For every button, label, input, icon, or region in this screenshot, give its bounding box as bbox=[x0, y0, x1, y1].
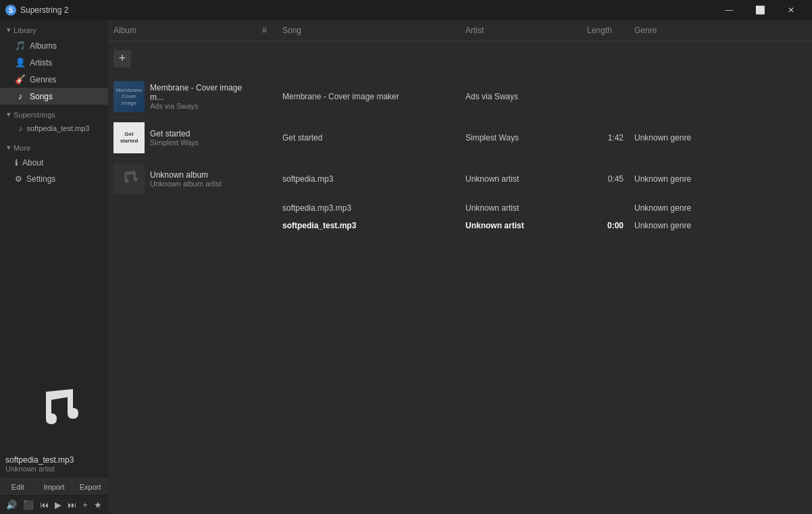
col-artist: Artist bbox=[460, 23, 582, 38]
unknown-song1-length: 0:45 bbox=[582, 174, 629, 184]
minimize-button[interactable]: — bbox=[713, 0, 744, 20]
get-started-song-artist: Simplest Ways bbox=[460, 133, 582, 143]
maximize-button[interactable]: ⬜ bbox=[744, 0, 776, 20]
artists-icon: 👤 bbox=[15, 57, 26, 68]
chevron-down-icon-2: ▾ bbox=[7, 110, 11, 119]
membrane-song-artist: Ads via Sways bbox=[460, 92, 582, 101]
favorite-button[interactable]: ★ bbox=[92, 498, 104, 511]
add-to-queue-button[interactable]: + bbox=[80, 498, 90, 511]
chevron-down-icon-3: ▾ bbox=[7, 143, 11, 152]
unknown-song3-genre: Unknown genre bbox=[629, 221, 812, 230]
album-membrane: MembraneCover image Membrane - Cover ima… bbox=[108, 76, 812, 118]
titlebar: S Superstring 2 — ⬜ ✕ bbox=[0, 0, 812, 20]
chevron-down-icon: ▾ bbox=[7, 26, 11, 34]
get-started-song-genre: Unknown genre bbox=[629, 133, 812, 143]
albums-icon: 🎵 bbox=[15, 41, 26, 51]
col-song: Song bbox=[277, 23, 460, 38]
col-album: Album bbox=[108, 23, 257, 38]
sidebar-item-artists[interactable]: 👤 Artists bbox=[0, 54, 108, 71]
prev-button[interactable]: ⏮ bbox=[38, 498, 51, 511]
unknown-song3-length: 0:00 bbox=[582, 221, 629, 230]
main-layout: ▾ Library 🎵 Albums 👤 Artists 🎸 Genres ♪ … bbox=[0, 20, 812, 514]
sidebar-item-songs[interactable]: ♪ Songs bbox=[0, 88, 108, 105]
album-unknown-thumb bbox=[113, 163, 145, 195]
import-button[interactable]: Import bbox=[36, 479, 73, 495]
album-get-started: Getstarted Get started Simplest Ways Get… bbox=[108, 118, 812, 159]
album-unknown-meta: Unknown album Unknown album artist bbox=[150, 170, 222, 188]
sidebar-item-settings[interactable]: ⚙ Settings bbox=[0, 171, 108, 187]
track-name: softpedia_test.mp3 bbox=[5, 455, 103, 465]
add-row: + bbox=[108, 41, 812, 76]
edit-button[interactable]: Edit bbox=[0, 479, 36, 495]
membrane-song-title: Membrane - Cover image maker bbox=[277, 92, 460, 101]
next-button[interactable]: ⏭ bbox=[66, 498, 78, 511]
app-icon: S bbox=[5, 5, 16, 16]
album-membrane-sub: Ads via Sways bbox=[150, 102, 251, 110]
get-started-song-length: 1:42 bbox=[582, 133, 629, 143]
album-unknown-header[interactable]: Unknown album Unknown album artist softp… bbox=[108, 159, 812, 199]
window-controls: — ⬜ ✕ bbox=[713, 0, 807, 20]
col-num: # bbox=[257, 23, 277, 38]
album-get-started-name: Get started bbox=[150, 129, 199, 138]
col-length: Length bbox=[582, 23, 629, 38]
genres-icon: 🎸 bbox=[15, 74, 26, 84]
track-artist: Unknown artist bbox=[5, 465, 103, 473]
more-section-header[interactable]: ▾ More bbox=[0, 138, 108, 155]
album-get-started-thumb: Getstarted bbox=[113, 122, 145, 153]
sidebar-item-albums[interactable]: 🎵 Albums bbox=[0, 37, 108, 54]
app-title: Superstring 2 bbox=[20, 5, 713, 15]
unknown-song1-title: softpedia.mp3 bbox=[277, 174, 460, 184]
sidebar: ▾ Library 🎵 Albums 👤 Artists 🎸 Genres ♪ … bbox=[0, 20, 108, 514]
album-get-started-sub: Simplest Ways bbox=[150, 138, 199, 147]
unknown-song2-row[interactable]: softpedia.mp3.mp3 Unknown artist Unknown… bbox=[108, 199, 812, 217]
play-button[interactable]: ▶ bbox=[53, 498, 64, 511]
album-membrane-meta: Membrane - Cover image m... Ads via Sway… bbox=[150, 83, 251, 110]
close-button[interactable]: ✕ bbox=[776, 0, 807, 20]
file-icon: ♪ bbox=[19, 124, 23, 132]
volume-button[interactable]: 🔊 bbox=[4, 498, 19, 511]
library-section-header[interactable]: ▾ Library bbox=[0, 20, 108, 37]
unknown-song3-title: softpedia_test.mp3 bbox=[277, 221, 460, 230]
album-membrane-info: MembraneCover image Membrane - Cover ima… bbox=[108, 81, 257, 112]
now-playing-area: softpedia_test.mp3 Unknown artist Edit I… bbox=[0, 363, 108, 514]
sidebar-item-about[interactable]: ℹ About bbox=[0, 155, 108, 171]
album-unknown-sub: Unknown album artist bbox=[150, 180, 222, 188]
album-list: + MembraneCover image Membrane - Cover i… bbox=[108, 41, 812, 514]
unknown-song2-title: softpedia.mp3.mp3 bbox=[277, 203, 460, 213]
get-started-song-title: Get started bbox=[277, 133, 460, 143]
album-membrane-header[interactable]: MembraneCover image Membrane - Cover ima… bbox=[108, 76, 812, 117]
now-playing-info: softpedia_test.mp3 Unknown artist bbox=[0, 451, 108, 474]
col-genre: Genre bbox=[629, 23, 812, 38]
album-membrane-name: Membrane - Cover image m... bbox=[150, 83, 251, 102]
gear-icon: ⚙ bbox=[15, 174, 22, 184]
table-header: Album # Song Artist Length Genre bbox=[108, 20, 812, 41]
unknown-song3-row[interactable]: softpedia_test.mp3 Unknown artist 0:00 U… bbox=[108, 217, 812, 234]
unknown-song3-artist: Unknown artist bbox=[460, 221, 582, 230]
screen-button[interactable]: ⬛ bbox=[21, 498, 36, 511]
album-unknown-name: Unknown album bbox=[150, 170, 222, 180]
now-playing-buttons: Edit Import Export bbox=[0, 478, 108, 495]
superstrings-section-header[interactable]: ▾ Superstrings bbox=[0, 105, 108, 122]
content-area: Album # Song Artist Length Genre + Membr… bbox=[108, 20, 812, 514]
album-membrane-thumb: MembraneCover image bbox=[113, 81, 145, 112]
album-unknown: Unknown album Unknown album artist softp… bbox=[108, 159, 812, 235]
export-button[interactable]: Export bbox=[72, 479, 108, 495]
sidebar-file-softpedia[interactable]: ♪ softpedia_test.mp3 bbox=[0, 122, 108, 135]
add-album-button[interactable]: + bbox=[113, 50, 131, 68]
album-get-started-meta: Get started Simplest Ways bbox=[150, 129, 199, 147]
songs-icon: ♪ bbox=[15, 91, 26, 101]
playback-controls: 🔊 ⬛ ⏮ ▶ ⏭ + ★ bbox=[0, 495, 108, 514]
unknown-song2-artist: Unknown artist bbox=[460, 203, 582, 213]
album-get-started-header[interactable]: Getstarted Get started Simplest Ways Get… bbox=[108, 118, 812, 158]
sidebar-item-genres[interactable]: 🎸 Genres bbox=[0, 71, 108, 88]
unknown-song2-genre: Unknown genre bbox=[629, 203, 812, 213]
album-get-started-info: Getstarted Get started Simplest Ways bbox=[108, 122, 257, 153]
album-unknown-info: Unknown album Unknown album artist bbox=[108, 163, 257, 195]
unknown-song1-artist: Unknown artist bbox=[460, 174, 582, 184]
now-playing-album-art bbox=[14, 370, 95, 451]
info-icon: ℹ bbox=[15, 158, 18, 168]
unknown-song1-genre: Unknown genre bbox=[629, 174, 812, 184]
